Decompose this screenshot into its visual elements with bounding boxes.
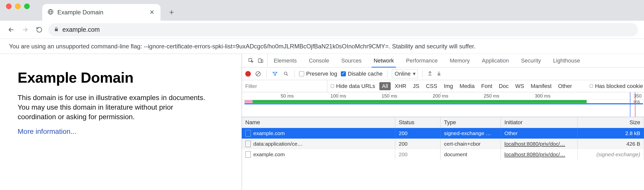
tab-title: Example Domain: [57, 9, 145, 16]
file-icon: [245, 151, 251, 158]
throttle-value: Online: [395, 71, 411, 77]
type-filter-xhr[interactable]: XHR: [392, 82, 409, 90]
row-name: example.com: [253, 130, 285, 136]
panel-tab-security[interactable]: Security: [515, 54, 547, 67]
col-size[interactable]: Size: [578, 117, 644, 128]
row-name: example.com: [253, 151, 285, 157]
row-initiator[interactable]: localhost:8080/priv/doc/…: [504, 151, 565, 157]
network-row[interactable]: example.com200documentlocalhost:8080/pri…: [242, 149, 644, 160]
infobar-warning: You are using an unsupported command-lin…: [0, 39, 644, 54]
reload-button[interactable]: [34, 25, 44, 35]
url-text: example.com: [62, 26, 100, 33]
timeline-tick: 100 ms: [331, 93, 346, 99]
file-icon: [245, 141, 251, 147]
row-type: document: [444, 151, 467, 157]
panel-tab-memory[interactable]: Memory: [444, 54, 476, 67]
preserve-log-label: Preserve log: [306, 71, 337, 77]
panel-tab-lighthouse[interactable]: Lighthouse: [547, 54, 586, 67]
download-icon[interactable]: [436, 70, 442, 77]
timeline-tick: 50 ms: [281, 93, 294, 99]
browser-toolbar: example.com: [0, 21, 644, 39]
type-filter-doc[interactable]: Doc: [496, 82, 511, 90]
col-initiator[interactable]: Initiator: [501, 117, 578, 128]
row-status: 200: [399, 130, 408, 136]
page-paragraph: This domain is for use in illustrative e…: [18, 93, 209, 121]
type-filter-ws[interactable]: WS: [513, 82, 527, 90]
network-toolbar: Preserve log Disable cache Online: [242, 68, 644, 80]
timeline-tick: 150 ms: [382, 93, 397, 99]
type-filter-media[interactable]: Media: [457, 82, 477, 90]
window-zoom-button[interactable]: [24, 4, 30, 9]
row-size: (signed-exchange): [596, 151, 640, 157]
type-filter-font[interactable]: Font: [479, 82, 495, 90]
more-info-link[interactable]: More information...: [18, 128, 76, 135]
disable-cache-label: Disable cache: [348, 71, 383, 77]
row-status: 200: [399, 151, 408, 157]
record-button[interactable]: [245, 71, 251, 77]
window-minimize-button[interactable]: [15, 4, 21, 9]
type-filter-js[interactable]: JS: [410, 82, 422, 90]
address-bar[interactable]: example.com: [48, 23, 638, 36]
filter-input[interactable]: [242, 80, 327, 92]
new-tab-button[interactable]: +: [167, 7, 177, 17]
network-timeline[interactable]: 50 ms100 ms150 ms200 ms250 ms300 ms350 m…: [242, 92, 644, 117]
row-type: signed-exchange …: [444, 130, 491, 136]
forward-button[interactable]: [20, 25, 30, 35]
col-status[interactable]: Status: [395, 117, 440, 128]
table-header: Name Status Type Initiator Size: [242, 117, 644, 128]
preserve-log-checkbox[interactable]: Preserve log: [299, 71, 337, 77]
timeline-tick: 200 ms: [433, 93, 448, 99]
panel-tab-performance[interactable]: Performance: [400, 54, 444, 67]
file-icon: [245, 130, 251, 137]
svg-point-6: [284, 72, 287, 75]
type-filter-img[interactable]: Img: [441, 82, 456, 90]
device-toolbar-icon[interactable]: [256, 56, 265, 65]
network-row[interactable]: data:application/ce…200cert-chain+cborlo…: [242, 139, 644, 149]
col-name[interactable]: Name: [242, 117, 395, 128]
row-status: 200: [399, 141, 408, 147]
network-table: Name Status Type Initiator Size example.…: [242, 117, 644, 190]
timeline-tick: 250 ms: [484, 93, 499, 99]
network-row[interactable]: example.com200signed-exchange …Other2.8 …: [242, 128, 644, 139]
type-filter-css[interactable]: CSS: [423, 82, 440, 90]
hide-data-urls-label: Hide data URLs: [336, 83, 375, 89]
inspect-element-icon[interactable]: [247, 56, 255, 65]
clear-button[interactable]: [254, 70, 262, 78]
type-filter-manifest[interactable]: Manifest: [528, 82, 554, 90]
panel-tab-elements[interactable]: Elements: [268, 54, 303, 67]
row-size: 426 B: [626, 141, 640, 147]
warning-text: You are using an unsupported command-lin…: [9, 43, 475, 50]
panel-tab-sources[interactable]: Sources: [335, 54, 368, 67]
disable-cache-checkbox[interactable]: Disable cache: [341, 71, 383, 77]
blocked-cookies-checkbox[interactable]: Has blocked cookie: [590, 83, 644, 89]
load-marker: [630, 92, 630, 117]
back-button[interactable]: [6, 25, 16, 35]
row-initiator[interactable]: localhost:8080/priv/doc/…: [504, 141, 565, 147]
hide-data-urls-checkbox[interactable]: Hide data URLs: [327, 83, 379, 89]
upload-icon[interactable]: [427, 70, 433, 77]
row-type: cert-chain+cbor: [444, 141, 480, 147]
svg-line-7: [287, 74, 288, 76]
svg-line-5: [257, 72, 260, 75]
domcontent-marker: [635, 92, 635, 117]
type-filter-other[interactable]: Other: [556, 82, 575, 90]
col-type[interactable]: Type: [440, 117, 501, 128]
tab-close-button[interactable]: ✕: [148, 9, 155, 16]
browser-tab[interactable]: Example Domain ✕: [42, 4, 160, 21]
row-name: data:application/ce…: [253, 141, 303, 147]
panel-tab-network[interactable]: Network: [368, 54, 400, 67]
timeline-tick: 300 ms: [535, 93, 550, 99]
search-icon[interactable]: [282, 70, 290, 78]
filter-icon[interactable]: [271, 70, 279, 78]
window-close-button[interactable]: [6, 4, 12, 9]
type-filter-all[interactable]: All: [379, 82, 390, 90]
row-size: 2.8 kB: [625, 130, 640, 136]
svg-rect-3: [261, 60, 263, 62]
panel-tab-application[interactable]: Application: [476, 54, 515, 67]
panel-tab-console[interactable]: Console: [303, 54, 335, 67]
throttle-select[interactable]: Online: [392, 69, 418, 78]
timeline-segment: [245, 103, 643, 104]
devtools-panel: ElementsConsoleSourcesNetworkPerformance…: [242, 54, 644, 190]
timeline-segment: [245, 100, 253, 103]
network-filter-bar: Hide data URLs AllXHRJSCSSImgMediaFontDo…: [242, 80, 644, 92]
